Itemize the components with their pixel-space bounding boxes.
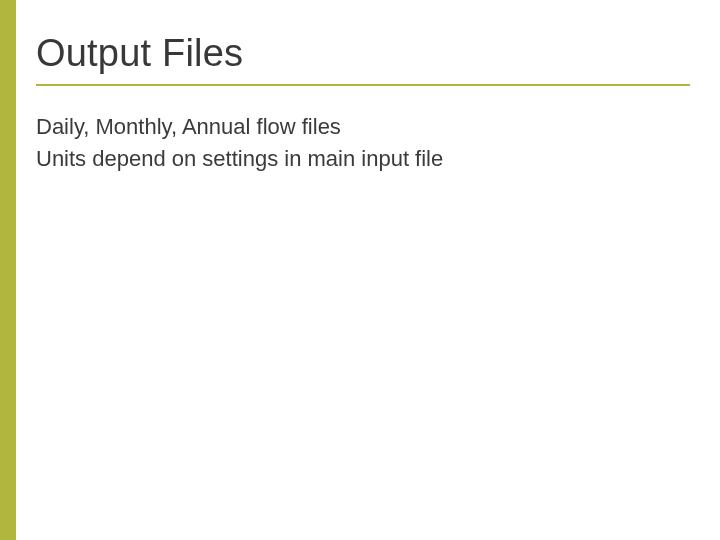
list-item-text: Units depend on settings in main input f… <box>36 144 690 174</box>
list-item: Units depend on settings in main input f… <box>36 144 690 174</box>
slide: Output Files Daily, Monthly, Annual flow… <box>0 0 720 540</box>
list-item-text: Daily, Monthly, Annual flow files <box>36 112 690 142</box>
title-area: Output Files <box>36 32 690 86</box>
title-underline <box>36 84 690 86</box>
page-title: Output Files <box>36 32 690 76</box>
list-item: Daily, Monthly, Annual flow files <box>36 112 690 142</box>
body-area: Daily, Monthly, Annual flow files Units … <box>36 112 690 175</box>
accent-bar <box>0 0 16 540</box>
